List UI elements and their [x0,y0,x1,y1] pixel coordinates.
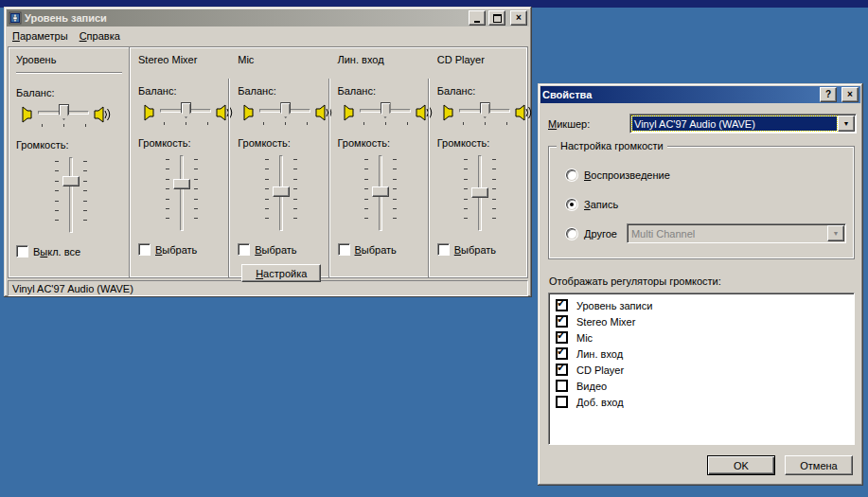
properties-titlebar[interactable]: Свойства ? × [540,86,860,103]
balance-slider[interactable] [458,100,511,125]
maximize-button[interactable] [488,10,505,26]
help-button[interactable]: ? [820,87,837,102]
check-icon: ✓ [557,296,566,310]
channel-name: Stereo Mixer [138,54,224,66]
controls-listbox[interactable]: ✓ Уровень записи ✓ Stereo Mixer ✓ Mic ✓ … [548,293,855,445]
channel-mic: Mic Баланс: Громкость: [230,47,328,277]
volume-thumb[interactable] [372,186,389,197]
slider-ticks [463,122,464,125]
volume-slider[interactable] [360,154,401,232]
balance-thumb[interactable] [480,102,490,118]
radio-dot [570,203,574,206]
volume-thumb[interactable] [471,187,488,198]
item-checkbox[interactable]: ✓ [556,315,568,328]
check-icon: ✓ [557,312,566,326]
divider [16,72,122,74]
configure-button[interactable]: Настройка [241,264,321,282]
list-item[interactable]: ✓ Stereo Mixer [549,313,854,329]
volume-label: Громкость: [338,137,424,150]
volume-thumb[interactable] [62,176,80,186]
volume-label: Громкость: [238,137,324,150]
channel-line-in: Лин. вход Баланс: Громкость: [330,47,428,277]
show-controls-label: Отображать регуляторы громкости: [549,275,853,288]
list-item[interactable]: ✓ Видео [549,378,854,394]
balance-thumb[interactable] [59,104,69,120]
item-checkbox[interactable]: ✓ [556,331,568,344]
slider-ticks [194,159,198,228]
volume-track[interactable] [69,157,73,233]
slider-ticks [83,161,87,230]
balance-slider[interactable] [37,102,90,127]
item-checkbox[interactable]: ✓ [556,380,568,392]
volume-slider[interactable] [459,154,501,232]
checkbox-label: Выбрать [454,244,496,256]
balance-slider[interactable] [159,100,212,125]
check-icon: ✓ [557,345,566,358]
volume-thumb[interactable] [273,186,290,197]
other-mixer-value: Multi Channel [629,226,826,240]
item-label: CD Player [576,364,624,376]
recording-window-titlebar[interactable]: Уровень записи × [7,9,529,27]
volume-settings-group: Настройка громкости Воспроизведение Запи… [548,146,855,259]
slider-ticks [464,159,468,228]
checkbox-label: Выкл. все [33,246,80,257]
balance-label: Баланс: [238,85,324,98]
volume-slider[interactable] [161,154,203,232]
ok-button[interactable]: OK [707,455,775,475]
item-label: Mic [576,332,593,344]
mixer-label: Микшер: [548,118,626,130]
volume-thumb[interactable] [173,179,190,189]
minimize-button[interactable] [469,10,486,26]
radio-other[interactable] [566,228,577,240]
select-checkbox[interactable] [238,243,250,256]
properties-dialog: Свойства ? × Микшер: Vinyl AC'97 Audio (… [538,83,863,486]
list-item[interactable]: ✓ Mic [549,329,854,346]
close-icon: × [516,13,522,23]
close-button[interactable]: × [841,87,859,102]
balance-thumb[interactable] [280,102,291,118]
balance-label: Баланс: [338,85,424,98]
item-checkbox[interactable]: ✓ [556,396,568,408]
list-item[interactable]: ✓ Уровень записи [549,297,854,313]
list-item[interactable]: ✓ Лин. вход [549,346,854,362]
balance-thumb[interactable] [181,102,191,118]
select-checkbox[interactable] [338,243,350,256]
radio-label: Воспроизведение [584,169,670,181]
item-checkbox[interactable]: ✓ [556,299,568,311]
menu-help[interactable]: Справка [74,28,126,44]
select-checkbox[interactable] [437,243,450,256]
close-button[interactable]: × [510,10,527,26]
speaker-left-icon [437,103,456,122]
radio-playback[interactable] [566,169,577,181]
balance-slider[interactable] [359,100,412,125]
balance-label: Баланс: [138,85,224,98]
volume-track[interactable] [180,155,184,231]
slider-ticks [293,159,297,228]
item-label: Лин. вход [576,348,623,360]
check-icon: ✓ [557,361,566,374]
balance-thumb[interactable] [381,102,391,118]
cancel-button[interactable]: Отмена [785,455,853,475]
volume-label: Громкость: [16,139,125,151]
balance-label: Баланс: [16,87,125,99]
speaker-left-icon [338,103,357,122]
item-checkbox[interactable]: ✓ [556,347,568,360]
menu-parameters[interactable]: Параметры [7,28,74,44]
select-checkbox[interactable] [138,243,151,256]
dropdown-button[interactable]: ▼ [838,115,855,132]
slider-ticks [55,161,59,230]
list-item[interactable]: ✓ CD Player [549,362,854,378]
mixer-combobox[interactable]: Vinyl AC'97 Audio (WAVE) ▼ [629,114,857,133]
balance-slider[interactable] [258,100,311,125]
balance-control [437,100,523,125]
slider-ticks [393,159,397,228]
volume-slider[interactable] [50,156,92,234]
volume-slider[interactable] [260,154,302,232]
mute-all-checkbox[interactable] [16,245,28,257]
item-checkbox[interactable]: ✓ [556,364,568,376]
radio-recording[interactable] [566,199,577,210]
slider-ticks [492,159,496,228]
balance-control [338,100,424,125]
balance-control [138,100,224,125]
list-item[interactable]: ✓ Доб. вход [549,394,854,410]
